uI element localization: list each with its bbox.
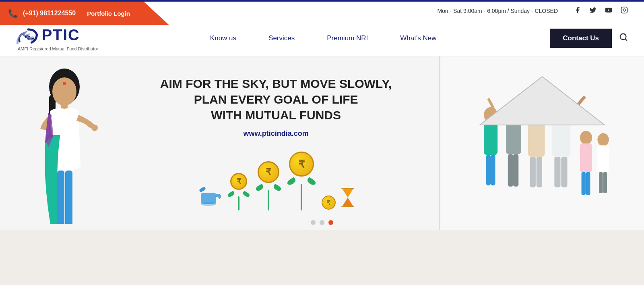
hourglass-icon xyxy=(341,188,354,209)
svg-marker-18 xyxy=(342,188,354,198)
svg-rect-45 xyxy=(599,172,603,193)
top-bar: 📞 (+91) 9811224550 Portfolio Login Mon -… xyxy=(0,0,644,20)
woman-illustration xyxy=(24,62,105,224)
nav-bar: PTIC AMFI Registered Mutual Fund Distrib… xyxy=(0,20,644,56)
svg-rect-11 xyxy=(57,171,64,224)
nav-link-premium-nri[interactable]: Premium NRI xyxy=(311,34,384,42)
coin-ground-1: ₹ xyxy=(322,196,336,210)
hero-text-coins: AIM FOR THE SKY, BUT MOVE SLOWLY, PLAN E… xyxy=(121,76,431,210)
nav-link-know-us[interactable]: Know us xyxy=(194,34,252,42)
svg-rect-44 xyxy=(598,146,609,172)
coin-plants-illustration: ₹ ₹ ₹ xyxy=(198,152,354,210)
svg-rect-21 xyxy=(341,206,354,207)
youtube-icon[interactable] xyxy=(605,6,613,16)
svg-point-8 xyxy=(63,82,66,85)
house-roof-icon xyxy=(478,75,607,129)
svg-rect-38 xyxy=(561,157,568,187)
svg-rect-12 xyxy=(65,171,72,224)
facebook-icon[interactable] xyxy=(574,6,581,16)
coin-plant-3: ₹ xyxy=(287,152,316,210)
svg-marker-19 xyxy=(342,198,354,207)
business-hours: Mon - Sat 9:00am - 6:00pm / Sunday - CLO… xyxy=(437,8,558,14)
hero-section: AIM FOR THE SKY, BUT MOVE SLOWLY, PLAN E… xyxy=(0,56,644,230)
svg-rect-34 xyxy=(537,157,542,187)
svg-rect-16 xyxy=(199,187,206,193)
hero-right-panel xyxy=(440,56,644,230)
logo-area: PTIC AMFI Registered Mutual Fund Distrib… xyxy=(16,25,105,51)
svg-point-39 xyxy=(580,131,592,145)
portfolio-login-link[interactable]: Portfolio Login xyxy=(87,10,130,17)
carousel-dot-2[interactable] xyxy=(320,220,324,225)
logo-tagline: AMFI Registered Mutual Fund Distributor xyxy=(18,46,98,51)
svg-point-7 xyxy=(52,77,76,106)
svg-point-43 xyxy=(598,133,609,146)
svg-marker-22 xyxy=(480,77,605,125)
svg-rect-46 xyxy=(603,172,607,193)
svg-rect-40 xyxy=(580,144,592,172)
svg-point-17 xyxy=(201,202,216,206)
watering-can-icon xyxy=(198,185,222,208)
logo-text: PTIC xyxy=(16,25,80,46)
svg-rect-20 xyxy=(341,188,354,189)
coin-plant-1: ₹ xyxy=(227,173,250,210)
carousel-dots xyxy=(311,220,333,225)
family-illustration xyxy=(470,62,615,224)
logo-name: PTIC xyxy=(42,27,80,44)
carousel-dot-1[interactable] xyxy=(311,220,316,225)
svg-rect-26 xyxy=(491,155,495,185)
svg-rect-29 xyxy=(508,154,513,187)
phone-icon: 📞 xyxy=(8,8,18,18)
hero-headline: AIM FOR THE SKY, BUT MOVE SLOWLY, PLAN E… xyxy=(160,76,392,123)
hero-woman-image xyxy=(24,62,105,224)
svg-rect-25 xyxy=(486,155,491,185)
phone-number[interactable]: (+91) 9811224550 xyxy=(23,10,76,17)
nav-link-services[interactable]: Services xyxy=(252,34,311,42)
logo-swoosh-icon xyxy=(16,25,40,46)
svg-line-4 xyxy=(625,39,627,40)
nav-link-whats-new[interactable]: What's New xyxy=(384,34,452,42)
contact-us-button[interactable]: Contact Us xyxy=(550,29,612,48)
coin-plant-2: ₹ xyxy=(256,161,281,210)
svg-rect-30 xyxy=(513,154,518,187)
svg-rect-33 xyxy=(530,157,536,187)
social-icons xyxy=(574,6,628,16)
svg-point-10 xyxy=(91,125,98,131)
phone-block: 📞 (+91) 9811224550 Portfolio Login xyxy=(0,2,169,25)
twitter-icon[interactable] xyxy=(589,6,597,16)
svg-rect-42 xyxy=(586,172,590,195)
svg-rect-37 xyxy=(554,157,560,187)
nav-links: Know us Services Premium NRI What's New xyxy=(105,34,542,42)
carousel-dot-3[interactable] xyxy=(328,220,333,225)
instagram-icon[interactable] xyxy=(621,6,628,16)
svg-rect-1 xyxy=(621,7,627,13)
svg-rect-41 xyxy=(582,172,586,195)
search-icon[interactable] xyxy=(619,33,628,44)
top-bar-right: Mon - Sat 9:00am - 6:00pm / Sunday - CLO… xyxy=(437,6,628,16)
hero-left-panel: AIM FOR THE SKY, BUT MOVE SLOWLY, PLAN E… xyxy=(0,56,439,230)
hero-url: www.pticindia.com xyxy=(243,129,308,138)
